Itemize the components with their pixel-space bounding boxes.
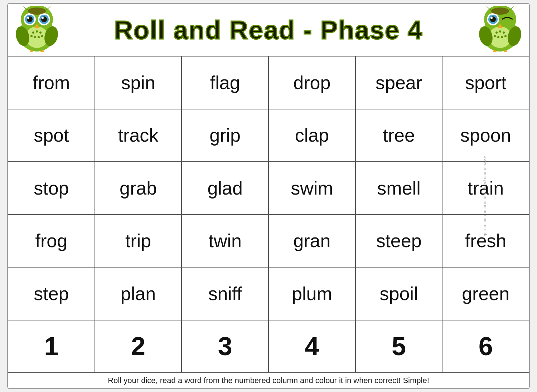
- word-cell: spot: [8, 109, 95, 162]
- svg-point-25: [28, 8, 46, 15]
- word-cell: grip: [182, 109, 269, 162]
- word-cell: from: [8, 57, 95, 109]
- svg-point-20: [39, 31, 42, 34]
- svg-point-40: [495, 31, 498, 34]
- word-cell: spear: [356, 57, 443, 109]
- word-cell: glad: [182, 162, 269, 214]
- svg-point-44: [497, 36, 499, 38]
- svg-rect-39: [504, 50, 507, 52]
- svg-point-23: [38, 36, 40, 38]
- word-cell: swim: [269, 162, 356, 214]
- word-cell: plum: [269, 268, 356, 320]
- word-cell: drop: [269, 57, 356, 109]
- footer-text: Roll your dice, read a word from the num…: [8, 373, 529, 388]
- word-cell: smell: [356, 162, 443, 214]
- word-cell: step: [8, 268, 95, 320]
- page-title: Roll and Read - Phase 4: [114, 15, 423, 45]
- svg-rect-16: [30, 50, 33, 52]
- svg-point-47: [491, 8, 509, 15]
- watermark: www.primaryclassroomresources.co.uk: [483, 156, 488, 236]
- word-cell: green: [442, 268, 529, 320]
- grid-row: frogtriptwingransteepfresh: [8, 215, 529, 268]
- svg-point-14: [42, 17, 44, 19]
- grid-row: stopgrabgladswimsmelltrain: [8, 162, 529, 215]
- svg-rect-17: [40, 50, 44, 52]
- word-cell: twin: [182, 215, 269, 267]
- word-cell: clap: [269, 109, 356, 162]
- word-cell: tree: [356, 109, 443, 162]
- svg-point-18: [32, 31, 34, 34]
- svg-point-42: [503, 31, 505, 34]
- word-cell: steep: [356, 215, 443, 267]
- number-cell: 3: [182, 320, 269, 373]
- word-grid: fromspinflagdropspearsportspottrackgripc…: [8, 56, 529, 373]
- svg-point-41: [499, 30, 501, 33]
- number-cell: 4: [269, 320, 356, 373]
- svg-point-21: [30, 35, 33, 37]
- number-cell: 2: [95, 320, 182, 373]
- number-cell: 5: [356, 320, 443, 373]
- number-cell: 1: [8, 320, 95, 373]
- word-cell: stop: [8, 162, 95, 214]
- word-cell: flag: [182, 57, 269, 109]
- page-wrapper: Roll and Read - Phase 4: [7, 3, 530, 389]
- word-cell: gran: [269, 215, 356, 267]
- svg-point-45: [501, 36, 503, 38]
- svg-point-24: [41, 35, 43, 37]
- owl-left: [15, 6, 58, 52]
- svg-point-19: [36, 30, 38, 33]
- word-cell: frog: [8, 215, 95, 267]
- word-cell: trip: [95, 215, 182, 267]
- grid-row: fromspinflagdropspearsport: [8, 57, 529, 109]
- svg-point-36: [490, 17, 493, 19]
- header: Roll and Read - Phase 4: [8, 4, 529, 56]
- word-cell: sport: [442, 57, 529, 109]
- svg-rect-38: [493, 50, 497, 52]
- word-cell: grab: [95, 162, 182, 214]
- grid-row: spottrackgripclaptreespoon: [8, 109, 529, 162]
- grid-row: 123456: [8, 320, 529, 373]
- word-cell: track: [95, 109, 182, 162]
- svg-point-46: [504, 35, 507, 37]
- grid-row: stepplansniffplumspoilgreen: [8, 268, 529, 320]
- word-cell: spin: [95, 57, 182, 109]
- owl-right: [479, 6, 522, 52]
- svg-point-22: [34, 36, 36, 38]
- svg-point-10: [27, 17, 29, 19]
- word-cell: spoil: [356, 268, 443, 320]
- svg-point-43: [494, 35, 496, 37]
- word-cell: spoon: [442, 109, 529, 162]
- number-cell: 6: [442, 320, 529, 373]
- word-cell: sniff: [182, 268, 269, 320]
- word-cell: plan: [95, 268, 182, 320]
